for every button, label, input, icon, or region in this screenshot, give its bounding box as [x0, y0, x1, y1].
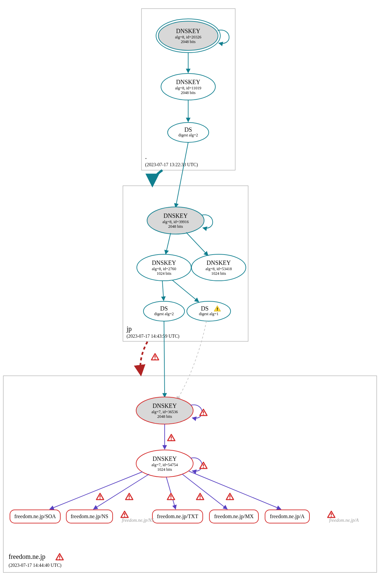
edge-zone-jp-freedom [140, 342, 147, 374]
rrset-mx[interactable]: freedom.ne.jp/MX [209, 510, 258, 523]
node-fr-ksk-line2: 2048 bits [157, 414, 172, 419]
zone-root-ts: (2023-07-17 13:22:33 UTC) [145, 162, 198, 168]
edge-root-ds-jp-ksk [176, 142, 188, 208]
edge-jp-ksk-zsk2 [186, 232, 208, 256]
rr-soa-label: freedom.ne.jp/SOA [14, 514, 56, 519]
node-fr-zsk-line1: alg=7, id=54754 [151, 463, 178, 467]
zone-freedom-ts: (2023-07-17 14:44:40 UTC) [9, 563, 62, 568]
node-jp-zsk2-title: DNSKEY [206, 260, 231, 266]
error-icon [121, 511, 128, 517]
zone-freedom-name: freedom.ne.jp [9, 553, 45, 561]
error-icon [96, 493, 104, 500]
svg-point-12 [187, 301, 231, 321]
node-jp-ksk-line2: 2048 bits [168, 224, 183, 229]
node-jp-ksk-line1: alg=8, id=39916 [162, 220, 189, 224]
dnssec-auth-graph: . (2023-07-17 13:22:33 UTC) DNSKEY alg=8… [0, 0, 380, 588]
edge-jp-ds2-fr-ksk [164, 321, 165, 397]
node-root-zsk[interactable]: DNSKEY alg=8, id=11019 2048 bits [161, 74, 215, 100]
node-jp-ds1-title: DS [201, 305, 208, 312]
node-root-ds-title: DS [184, 126, 192, 133]
node-root-ds[interactable]: DS digest alg=2 [168, 122, 209, 142]
error-icon [200, 409, 207, 416]
node-jp-zsk1[interactable]: DNSKEY alg=8, id=2760 1024 bits [137, 254, 191, 281]
edge-jp-zsk1-ds2 [162, 281, 164, 301]
rrset-txt[interactable]: freedom.ne.jp/TXT [152, 510, 203, 523]
rrset-ns[interactable]: freedom.ne.jp/NS [66, 510, 113, 523]
rr-ns-label: freedom.ne.jp/NS [71, 514, 108, 519]
error-icon [167, 493, 175, 500]
rr-txt-label: freedom.ne.jp/TXT [157, 514, 198, 519]
edge-jp-ds1-fr-ksk [177, 321, 206, 401]
ghost-a: freedom.ne.jp/A [329, 518, 359, 523]
node-fr-zsk-line2: 1024 bits [157, 467, 172, 472]
node-jp-zsk2-line1: alg=8, id=53418 [205, 267, 232, 271]
zone-jp-ts: (2023-07-17 14:43:59 UTC) [127, 334, 180, 339]
ghost-ns: freedom.ne.jp/NS [122, 518, 154, 523]
node-fr-ksk-title: DNSKEY [152, 403, 177, 409]
error-icon [56, 554, 63, 560]
edge-zone-root-jp [152, 170, 162, 185]
node-jp-zsk1-line2: 1024 bits [157, 271, 172, 276]
node-root-zsk-title: DNSKEY [176, 79, 200, 85]
node-jp-zsk1-line1: alg=8, id=2760 [152, 267, 176, 271]
edge-zsk-soa [50, 472, 142, 509]
error-icon [196, 493, 204, 500]
rrset-a[interactable]: freedom.ne.jp/A [265, 510, 309, 523]
node-fr-ksk-line1: alg=7, id=36536 [151, 410, 178, 414]
edge-jp-ksk-zsk1 [166, 233, 171, 254]
rr-a-label: freedom.ne.jp/A [270, 514, 305, 519]
node-jp-ds1[interactable]: DS digest alg=1 [187, 301, 231, 321]
edge-jp-zsk1-ds1 [172, 280, 199, 302]
error-icon [126, 493, 133, 500]
node-jp-ds1-line1: digest alg=1 [199, 312, 218, 316]
edge-zsk-mx [182, 474, 227, 509]
node-root-ksk-title: DNSKEY [176, 28, 200, 34]
node-jp-ksk-title: DNSKEY [163, 213, 188, 219]
error-icon [200, 462, 207, 468]
node-root-ksk-line1: alg=8, id=20326 [175, 35, 201, 39]
edge-zsk-ns [93, 474, 149, 509]
zone-jp-name: jp [126, 325, 132, 333]
rrset-soa[interactable]: freedom.ne.jp/SOA [10, 510, 60, 523]
node-root-zsk-line2: 2048 bits [181, 90, 196, 95]
rr-mx-label: freedom.ne.jp/MX [214, 514, 254, 519]
node-root-ksk-line2: 2048 bits [181, 39, 196, 44]
node-jp-ds2-title: DS [160, 305, 168, 312]
node-jp-zsk2-line2: 1024 bits [211, 271, 226, 276]
node-jp-zsk2[interactable]: DNSKEY alg=8, id=53418 1024 bits [191, 254, 246, 281]
error-icon [226, 493, 234, 500]
node-root-ksk[interactable]: DNSKEY alg=8, id=20326 2048 bits [156, 19, 220, 53]
node-jp-ds2-line1: digest alg=2 [154, 312, 174, 316]
node-jp-ksk[interactable]: DNSKEY alg=8, id=39916 2048 bits [147, 207, 204, 234]
node-fr-zsk-title: DNSKEY [152, 456, 177, 462]
error-icon [151, 354, 159, 360]
zone-root-name: . [145, 153, 147, 160]
node-root-ds-line1: digest alg=2 [178, 133, 198, 137]
error-icon [328, 511, 335, 517]
node-jp-ds2[interactable]: DS digest alg=2 [143, 301, 185, 321]
node-jp-zsk1-title: DNSKEY [152, 260, 176, 266]
node-fr-zsk[interactable]: DNSKEY alg=7, id=54754 1024 bits [136, 450, 193, 477]
node-fr-ksk[interactable]: DNSKEY alg=7, id=36536 2048 bits [136, 397, 193, 424]
node-root-zsk-line1: alg=8, id=11019 [175, 86, 201, 90]
error-icon [168, 434, 175, 441]
